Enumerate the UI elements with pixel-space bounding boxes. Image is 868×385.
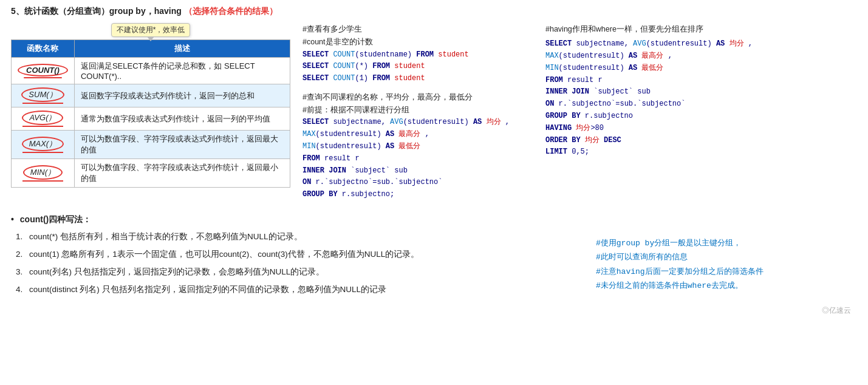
sql-middle-area: #查看有多少学生 #count是非空的计数 SELECT COUNT(stude…: [302, 23, 533, 207]
bullet-title: • count()四种写法：: [11, 214, 857, 225]
sql-line-1: SELECT COUNT(studentname) FROM student: [302, 49, 533, 61]
list-item: 1. count(*) 包括所有列，相当于统计表的行数，不忽略列值为NULL的记…: [16, 230, 578, 244]
having-line8: HAVING 均分>80: [545, 123, 857, 135]
main-content: 不建议使用*，效率低 函数名称 描述 COUNT(): [11, 23, 857, 207]
tooltip-balloon: 不建议使用*，效率低: [111, 23, 191, 37]
having-line10: LIMIT 0,5;: [545, 146, 857, 158]
sql2-line3: MIN(studentresult) AS 最低分: [302, 141, 533, 153]
list-item: 3. count(列名) 只包括指定列，返回指定列的记录数，会忽略列值为NULL…: [16, 265, 578, 279]
num-label-3: 3.: [16, 265, 29, 279]
avg-underline: [22, 126, 63, 127]
avg-oval: AVG(）: [22, 111, 63, 125]
sql2-line2: MAX(studentresult) AS 最高分 ,: [302, 129, 533, 141]
bottom-section: • count()四种写法： 1. count(*) 包括所有列，相当于统计表的…: [11, 214, 857, 301]
sql-block-2: #查询不同课程的名称，平均分，最高分，最低分 #前提：根据不同课程进行分组 SE…: [302, 91, 533, 201]
func-desc-max: 可以为数值字段、字符字段或表达式列作统计，返回最大的值: [74, 131, 290, 159]
sql2-line6: ON r.`subjectno`=sub.`subjectno`: [302, 177, 533, 189]
sql-comment-1: #查看有多少学生: [302, 23, 533, 36]
sql2-line5: INNER JOIN `subject` sub: [302, 165, 533, 177]
bullet-title-text: count()四种写法：: [20, 214, 91, 224]
tooltip-wrapper: 不建议使用*，效率低: [11, 23, 290, 38]
func-desc-sum: 返回数字字段或表达式列作统计，返回一列的总和: [74, 84, 290, 107]
sql-comment-4: #前提：根据不同课程进行分组: [302, 104, 533, 117]
sql-block-1: #查看有多少学生 #count是非空的计数 SELECT COUNT(stude…: [302, 23, 533, 85]
watermark: ◎亿速云: [11, 305, 857, 316]
list-item: 2. count(1) 忽略所有列，1表示一个固定值，也可以用count(2)、…: [16, 248, 578, 262]
col-header-name: 函数名称: [12, 40, 75, 58]
item-text-2: count(1) 忽略所有列，1表示一个固定值，也可以用count(2)、cou…: [29, 248, 491, 262]
count-underline: [24, 77, 61, 78]
having-line4: FROM result r: [545, 75, 857, 87]
having-area: #having作用和where一样，但要先分组在排序 SELECT subjec…: [545, 23, 857, 207]
max-underline: [22, 152, 63, 153]
min-underline: [22, 180, 63, 182]
having-line7: GROUP BY r.subjectno: [545, 111, 857, 123]
table-row: SUM(） 返回数字字段或表达式列作统计，返回一列的总和: [12, 84, 290, 107]
sql2-line7: GROUP BY r.subjectno;: [302, 189, 533, 201]
having-line3: MIN(studentresult) AS 最低分: [545, 63, 857, 75]
item-text-3: count(列名) 只包括指定列，返回指定列的记录数，会忽略列值为NULL的记录…: [29, 265, 491, 279]
having-line9: ORDER BY 均分 DESC: [545, 135, 857, 147]
table-area: 不建议使用*，效率低 函数名称 描述 COUNT(): [11, 23, 290, 207]
sql-comment-3: #查询不同课程的名称，平均分，最高分，最低分: [302, 91, 533, 104]
note-line4: #未分组之前的筛选条件由where去完成。: [596, 279, 857, 293]
num-label-1: 1.: [16, 230, 29, 244]
func-desc-min: 可以为数值字段、字符字段或表达式列作统计，返回最小的值: [74, 159, 290, 188]
table-row: AVG(） 通常为数值字段或表达式列作统计，返回一列的平均值: [12, 107, 290, 131]
note-line2: #此时可以查询所有的信息: [596, 250, 857, 264]
note-line1: #使用group by分组一般是以主键分组，: [596, 236, 857, 250]
having-line2: MAX(studentresult) AS 最高分 ,: [545, 50, 857, 63]
sql-line-2: SELECT COUNT(*) FROM student: [302, 61, 533, 73]
item-text-4: count(distinct 列名) 只包括列名指定列，返回指定列的不同值的记录…: [29, 283, 491, 297]
sum-oval: SUM(）: [21, 87, 64, 102]
bottom-right-note: #使用group by分组一般是以主键分组， #此时可以查询所有的信息 #注意h…: [578, 230, 857, 301]
list-item: 4. count(distinct 列名) 只包括列名指定列，返回指定列的不同值…: [16, 283, 578, 297]
func-name-max: MAX(）: [12, 131, 75, 159]
min-oval: MIN(）: [23, 165, 63, 180]
sql-comment-2: #count是非空的计数: [302, 36, 533, 49]
count-oval: COUNT(): [18, 64, 68, 77]
bottom-area: 1. count(*) 包括所有列，相当于统计表的行数，不忽略列值为NULL的记…: [11, 230, 857, 301]
section-title: 5、统计函数（分组查询）group by，having （选择符合条件的结果）: [11, 6, 857, 17]
note-line3: #注意having后面一定要加分组之后的筛选条件: [596, 265, 857, 279]
max-oval: MAX(）: [22, 137, 64, 151]
bottom-left: 1. count(*) 包括所有列，相当于统计表的行数，不忽略列值为NULL的记…: [11, 230, 578, 301]
func-name-min: MIN(）: [12, 159, 75, 188]
func-name-sum: SUM(）: [12, 84, 75, 107]
function-table: 函数名称 描述 COUNT() 返回满足SELECT条件的记录总和数，如 SEL…: [11, 39, 290, 188]
having-line5: INNER JOIN `subject` sub: [545, 86, 857, 98]
num-label-2: 2.: [16, 248, 29, 262]
sum-underline: [22, 103, 63, 104]
numbered-list: 1. count(*) 包括所有列，相当于统计表的行数，不忽略列值为NULL的记…: [16, 230, 578, 297]
func-desc-count: 返回满足SELECT条件的记录总和数，如 SELECT COUNT(*)..: [74, 58, 290, 84]
table-row: MAX(） 可以为数值字段、字符字段或表达式列作统计，返回最大的值: [12, 131, 290, 159]
having-line6: ON r.`subjectno`=sub.`subjectno`: [545, 98, 857, 111]
func-name-count: COUNT(): [12, 58, 75, 84]
func-name-avg: AVG(）: [12, 107, 75, 131]
having-comment: #having作用和where一样，但要先分组在排序: [545, 23, 857, 36]
having-line1: SELECT subjectname, AVG(studentresult) A…: [545, 38, 857, 50]
page-wrapper: 5、统计函数（分组查询）group by，having （选择符合条件的结果） …: [0, 0, 868, 322]
num-label-4: 4.: [16, 283, 29, 297]
sql-line-3: SELECT COUNT(1) FROM student: [302, 73, 533, 85]
sql2-line1: SELECT subjectname, AVG(studentresult) A…: [302, 117, 533, 129]
col-header-desc: 描述: [74, 40, 290, 58]
func-desc-avg: 通常为数值字段或表达式列作统计，返回一列的平均值: [74, 107, 290, 131]
table-row: COUNT() 返回满足SELECT条件的记录总和数，如 SELECT COUN…: [12, 58, 290, 84]
title-highlight: （选择符合条件的结果）: [184, 6, 278, 16]
sql2-line4: FROM result r: [302, 153, 533, 165]
title-main: 5、统计函数（分组查询）group by，having: [11, 6, 182, 16]
item-text-1: count(*) 包括所有列，相当于统计表的行数，不忽略列值为NULL的记录。: [29, 230, 491, 244]
table-row: MIN(） 可以为数值字段、字符字段或表达式列作统计，返回最小的值: [12, 159, 290, 188]
